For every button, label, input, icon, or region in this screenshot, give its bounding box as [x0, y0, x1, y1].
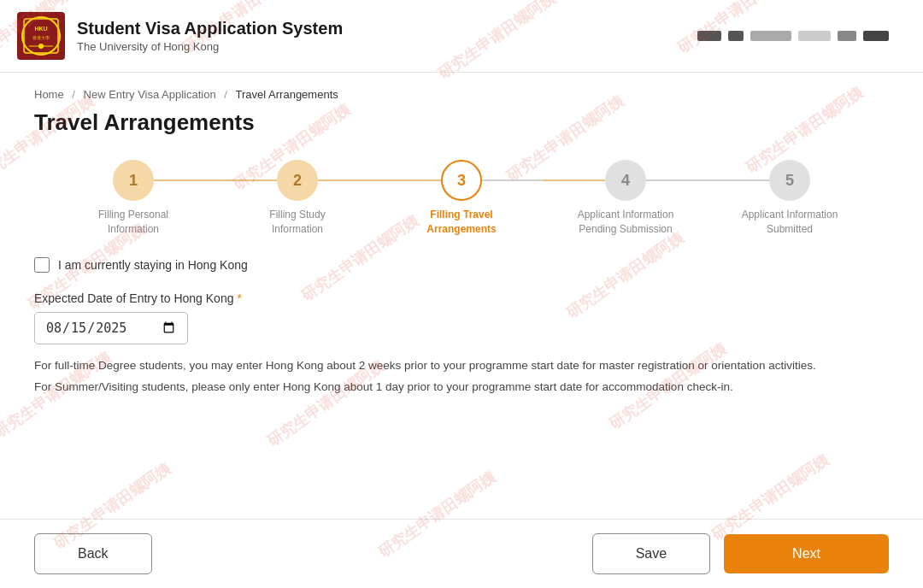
step-5: 5Applicant Information Submitted [708, 160, 872, 237]
header-bar [750, 31, 791, 41]
header-bar [728, 31, 744, 41]
step-connector-right-2 [318, 179, 379, 181]
step-circle-4: 4 [605, 160, 646, 201]
step-3: 3Filling Travel Arrangements [379, 160, 544, 237]
stepper: 1Filling Personal Information2Filling St… [0, 151, 923, 257]
step-circle-3: 3 [441, 160, 482, 201]
step-circle-wrap-3: 3 [379, 160, 544, 201]
step-connector-left-3 [379, 179, 441, 181]
date-input-wrap [34, 312, 188, 344]
header-title: Student Visa Application System [77, 19, 343, 38]
breadcrumb-sep2: / [224, 88, 227, 101]
breadcrumb-current: Travel Arrangements [236, 88, 338, 101]
checkbox-label[interactable]: I am currently staying in Hong Kong [58, 258, 248, 272]
step-connector-left-4 [544, 179, 605, 181]
step-label-5: Applicant Information Submitted [738, 208, 842, 237]
step-label-2: Filling Study Information [266, 208, 328, 237]
header-bar [838, 31, 856, 41]
step-label-1: Filling Personal Information [95, 208, 172, 237]
save-button[interactable]: Save [592, 533, 710, 574]
page-title: Travel Arrangements [0, 106, 923, 151]
header-title-block: Student Visa Application System The Univ… [77, 19, 343, 53]
breadcrumb-sep1: / [72, 88, 75, 101]
header-subtitle: The University of Hong Kong [77, 40, 343, 53]
step-connector-right-4 [646, 179, 708, 181]
step-circle-1: 1 [113, 160, 154, 201]
main-content: I am currently staying in Hong Kong Expe… [0, 257, 923, 397]
breadcrumb: Home / New Entry Visa Application / Trav… [0, 73, 923, 106]
step-connector-left-5 [708, 179, 769, 181]
step-2: 2Filling Study Information [215, 160, 379, 237]
next-button[interactable]: Next [724, 534, 889, 573]
info-text-2: For Summer/Visiting students, please onl… [34, 378, 889, 397]
checkbox-row: I am currently staying in Hong Kong [34, 257, 889, 273]
header-bar [798, 31, 831, 41]
breadcrumb-home[interactable]: Home [34, 88, 64, 101]
staying-checkbox[interactable] [34, 257, 50, 273]
header-bar [863, 31, 889, 41]
step-circle-wrap-5: 5 [708, 160, 872, 201]
step-circle-5: 5 [769, 160, 810, 201]
header: HKU 香港大學 Student Visa Application System… [0, 0, 923, 73]
step-circle-wrap-1: 1 [51, 160, 215, 201]
step-connector-right-3 [482, 179, 544, 181]
step-connector-right-1 [154, 179, 215, 181]
step-label-3: Filling Travel Arrangements [423, 208, 499, 237]
step-1: 1Filling Personal Information [51, 160, 215, 237]
info-text-1: For full-time Degree students, you may e… [34, 356, 889, 375]
date-field-label: Expected Date of Entry to Hong Kong* [34, 291, 889, 305]
svg-text:HKU: HKU [34, 26, 47, 32]
step-circle-wrap-2: 2 [215, 160, 379, 201]
entry-date-input[interactable] [45, 320, 177, 337]
step-label-4: Applicant Information Pending Submission [574, 208, 678, 237]
step-4: 4Applicant Information Pending Submissio… [544, 160, 708, 237]
footer: Back Save Next [0, 519, 923, 588]
hku-logo: HKU 香港大學 [17, 12, 65, 60]
svg-text:香港大學: 香港大學 [32, 35, 50, 40]
step-circle-2: 2 [277, 160, 318, 201]
step-connector-left-2 [215, 179, 277, 181]
header-right [697, 31, 889, 41]
back-button[interactable]: Back [34, 533, 152, 574]
step-circle-wrap-4: 4 [544, 160, 708, 201]
breadcrumb-new-entry[interactable]: New Entry Visa Application [84, 88, 216, 101]
header-left: HKU 香港大學 Student Visa Application System… [17, 12, 343, 60]
header-bar [697, 31, 721, 41]
